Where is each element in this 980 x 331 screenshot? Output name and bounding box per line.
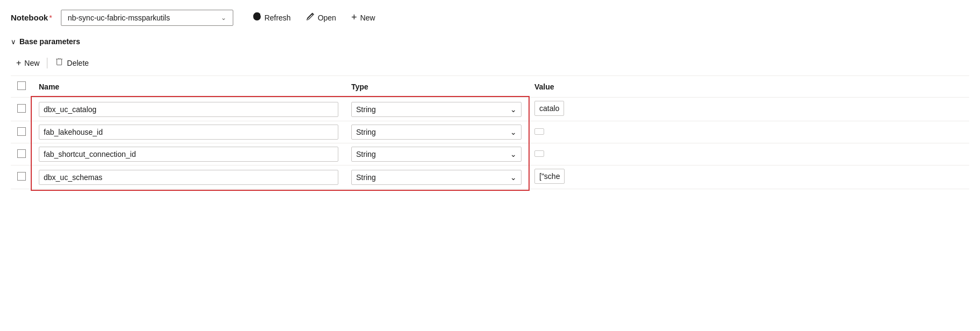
type-dropdown-1[interactable]: String ⌄: [351, 125, 522, 140]
row-value-cell: [528, 121, 969, 143]
header-row: Notebook * nb-sync-uc-fabric-mssparkutil…: [11, 9, 969, 26]
row-checkbox-0[interactable]: [17, 104, 26, 113]
section-header[interactable]: ∨ Base parameters: [11, 37, 969, 46]
delete-param-label: Delete: [67, 59, 88, 67]
row-checkbox-3[interactable]: [17, 172, 26, 181]
row-type-cell: String ⌄: [345, 98, 528, 121]
plus-icon: +: [351, 12, 357, 23]
row-value-cell: ["sche: [528, 166, 969, 189]
params-table: Name Type Value: [11, 76, 969, 189]
table-row: String ⌄: [11, 121, 969, 143]
param-name-input-1[interactable]: [39, 125, 338, 140]
row-type-cell: String ⌄: [345, 166, 528, 189]
param-name-input-2[interactable]: [39, 147, 338, 162]
header-name: Name: [32, 76, 345, 98]
param-value-0: catalo: [534, 101, 564, 116]
header-type: Type: [345, 76, 528, 98]
open-label: Open: [318, 13, 336, 22]
new-notebook-button[interactable]: + New: [345, 9, 382, 26]
toolbar: + New Delete: [11, 54, 969, 76]
delete-param-button[interactable]: Delete: [50, 54, 94, 71]
required-star: *: [49, 13, 52, 22]
header-checkbox[interactable]: [17, 81, 26, 90]
collapse-icon: ∨: [11, 38, 16, 46]
type-chevron-icon: ⌄: [510, 150, 517, 158]
notebook-label: Notebook: [11, 13, 48, 22]
row-name-cell: [32, 121, 345, 143]
param-name-input-3[interactable]: [39, 170, 338, 185]
row-name-cell: [32, 143, 345, 166]
param-value-1: [534, 128, 544, 135]
param-value-2: [534, 150, 544, 157]
row-value-cell: [528, 143, 969, 166]
type-dropdown-3[interactable]: String ⌄: [351, 170, 522, 185]
notebook-dropdown-text: nb-sync-uc-fabric-mssparkutils: [68, 13, 170, 22]
row-checkbox-1[interactable]: [17, 127, 26, 136]
param-value-3: ["sche: [534, 169, 565, 184]
section-title: Base parameters: [19, 37, 80, 46]
new-param-button[interactable]: + New: [11, 55, 45, 71]
row-checkbox-cell: [11, 98, 32, 121]
table-header-row: Name Type Value: [11, 76, 969, 98]
refresh-icon: [253, 12, 261, 23]
row-type-cell: String ⌄: [345, 143, 528, 166]
row-name-cell: [32, 166, 345, 189]
toolbar-divider: [47, 58, 47, 68]
row-checkbox-cell: [11, 143, 32, 166]
refresh-label: Refresh: [265, 13, 291, 22]
row-name-cell: [32, 98, 345, 121]
new-notebook-label: New: [360, 13, 375, 22]
table-row: String ⌄ catalo: [11, 98, 969, 121]
open-button[interactable]: Open: [300, 9, 343, 26]
edit-icon: [306, 12, 315, 23]
table-row: String ⌄: [11, 143, 969, 166]
notebook-dropdown[interactable]: nb-sync-uc-fabric-mssparkutils ⌄: [61, 10, 233, 26]
row-checkbox-2[interactable]: [17, 149, 26, 158]
base-parameters-section: ∨ Base parameters + New Delete: [11, 37, 969, 189]
table-container: Name Type Value: [11, 76, 969, 189]
row-checkbox-cell: [11, 166, 32, 189]
page-container: Notebook * nb-sync-uc-fabric-mssparkutil…: [0, 0, 980, 198]
param-name-input-0[interactable]: [39, 102, 338, 117]
table-row: String ⌄ ["sche: [11, 166, 969, 189]
type-dropdown-2[interactable]: String ⌄: [351, 147, 522, 162]
header-actions: Refresh Open + New: [246, 9, 382, 26]
trash-icon: [55, 58, 64, 68]
refresh-button[interactable]: Refresh: [246, 9, 297, 26]
row-type-cell: String ⌄: [345, 121, 528, 143]
type-dropdown-0[interactable]: String ⌄: [351, 102, 522, 117]
chevron-down-icon: ⌄: [221, 14, 226, 22]
new-param-plus-icon: +: [16, 58, 21, 68]
header-checkbox-cell: [11, 76, 32, 98]
row-value-cell: catalo: [528, 98, 969, 121]
notebook-label-container: Notebook *: [11, 13, 52, 22]
header-value: Value: [528, 76, 969, 98]
row-checkbox-cell: [11, 121, 32, 143]
new-param-label: New: [24, 59, 39, 67]
type-chevron-icon: ⌄: [510, 173, 517, 182]
type-chevron-icon: ⌄: [510, 105, 517, 114]
type-chevron-icon: ⌄: [510, 128, 517, 136]
